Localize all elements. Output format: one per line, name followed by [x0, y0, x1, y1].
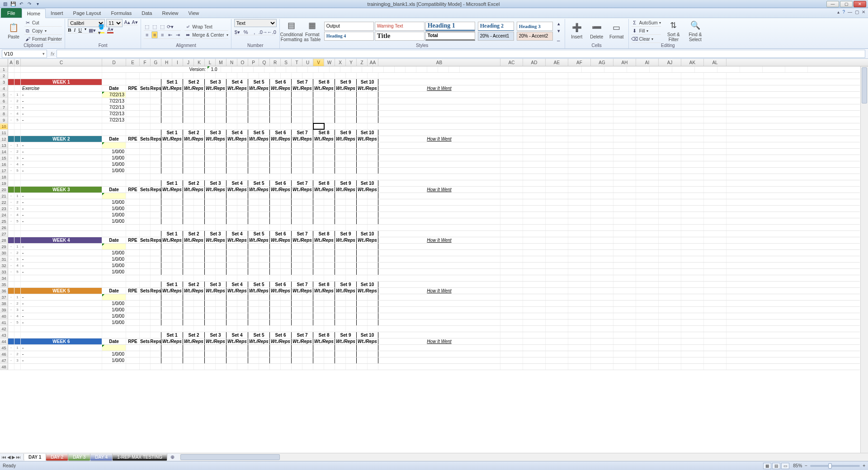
style-warning[interactable]: Warning Text [375, 22, 425, 31]
copy-button[interactable]: ⧉Copy▾ [24, 28, 62, 35]
fx-icon[interactable]: fx [51, 51, 55, 56]
increase-font-icon[interactable]: A▴ [124, 19, 130, 25]
window-title: traininglog_blank1.xls [Compatibility Mo… [41, 1, 826, 7]
styles-up-icon[interactable]: ▴ [556, 21, 562, 27]
delete-cells-button[interactable]: ➖Delete [588, 23, 606, 39]
tab-page-layout[interactable]: Page Layout [68, 8, 106, 18]
align-center-icon[interactable]: ≡ [151, 31, 158, 38]
group-clipboard: 📋 Paste ✂Cut ⧉Copy▾ 🖌Format Painter Clip… [2, 19, 65, 48]
increase-decimal-icon[interactable]: .0→ [260, 29, 266, 35]
decrease-font-icon[interactable]: A▾ [132, 19, 138, 25]
clear-button[interactable]: ⌫Clear▾ [632, 36, 661, 43]
sort-filter-icon: ⇅ [668, 20, 679, 31]
formula-input[interactable] [57, 50, 865, 58]
window-buttons: — ▢ ✕ [826, 1, 866, 7]
style-heading1[interactable]: Heading 1 [425, 22, 475, 31]
workbook-min-icon[interactable]: — [848, 9, 852, 14]
tab-insert[interactable]: Insert [46, 8, 68, 18]
tab-view[interactable]: View [184, 8, 204, 18]
find-select-button[interactable]: 🔍Find & Select [686, 20, 704, 42]
conditional-formatting-button[interactable]: ▤Conditional Formatting [283, 20, 301, 42]
group-cells: ➕Insert ➖Delete ▭Format Cells [565, 19, 629, 48]
indent-inc-icon[interactable]: ⇥ [175, 32, 181, 38]
fill-button[interactable]: ⬇Fill▾ [632, 28, 661, 35]
workbook-max-icon[interactable]: ▢ [855, 9, 859, 14]
orientation-icon[interactable]: ⟳▾ [167, 24, 173, 30]
italic-button[interactable]: I [74, 27, 75, 33]
tab-file[interactable]: File [1, 8, 22, 18]
cell-styles-gallery-2[interactable]: Heading 2 20% - Accent1 [478, 22, 514, 41]
close-button[interactable]: ✕ [854, 1, 866, 7]
comma-icon[interactable]: , [251, 29, 258, 35]
help-icon[interactable]: ? [842, 9, 845, 14]
name-box-dropdown-icon[interactable]: ▾ [42, 52, 45, 56]
align-mid-icon[interactable]: ⬚ [151, 24, 158, 30]
style-accent1[interactable]: 20% - Accent1 [478, 32, 514, 41]
style-heading4[interactable]: Heading 4 [324, 32, 374, 41]
insert-cells-button[interactable]: ➕Insert [568, 23, 586, 39]
format-painter-label: Format Painter [32, 37, 62, 42]
cut-icon: ✂ [24, 19, 31, 26]
paste-icon: 📋 [8, 23, 19, 33]
merge-center-button[interactable]: ⬌Merge & Center▾ [184, 32, 228, 39]
tab-formulas[interactable]: Formulas [106, 8, 137, 18]
delete-cells-icon: ➖ [591, 23, 602, 33]
workbook-close-icon[interactable]: ✕ [862, 9, 865, 14]
styles-down-icon[interactable]: ▾ [556, 28, 562, 34]
name-box[interactable]: V10▾ [2, 50, 47, 58]
style-heading3[interactable]: Heading 3 [517, 22, 553, 31]
style-heading2[interactable]: Heading 2 [478, 22, 514, 31]
undo-icon[interactable]: ↶ [18, 1, 24, 7]
minimize-ribbon-icon[interactable]: ▴ [837, 9, 840, 14]
group-label-number: Number [234, 43, 277, 48]
cell-styles-gallery-3[interactable]: Heading 3 20% - Accent2 [517, 22, 553, 41]
align-bot-icon[interactable]: ⬚ [159, 24, 165, 30]
font-size-select[interactable]: 11 [106, 19, 123, 27]
style-accent2[interactable]: 20% - Accent2 [517, 32, 553, 41]
format-cells-button[interactable]: ▭Format [608, 23, 626, 39]
minimize-button[interactable]: — [826, 1, 839, 7]
redo-icon[interactable]: ↷ [26, 1, 33, 7]
formula-bar: V10▾ fx [0, 49, 868, 59]
align-left-icon[interactable]: ≡ [144, 32, 150, 38]
style-title[interactable]: Title [375, 32, 425, 41]
tab-data[interactable]: Data [137, 8, 157, 18]
percent-icon[interactable]: % [243, 29, 249, 35]
format-cells-label: Format [609, 34, 624, 39]
cut-button[interactable]: ✂Cut [24, 19, 62, 27]
cell-styles-gallery[interactable]: Output Warning Text Heading 1 Heading 4 … [324, 22, 475, 41]
font-color-icon[interactable]: A▾ [107, 27, 113, 33]
group-label-cells: Cells [568, 43, 626, 48]
autosum-button[interactable]: ΣAutoSum▾ [632, 19, 661, 27]
conditional-formatting-icon: ▤ [286, 20, 297, 31]
qat-dropdown-icon[interactable]: ▾ [34, 1, 41, 7]
title-bar: ▧ 💾 ↶ ↷ ▾ traininglog_blank1.xls [Compat… [0, 0, 868, 8]
maximize-button[interactable]: ▢ [840, 1, 853, 7]
currency-icon[interactable]: $▾ [234, 29, 241, 35]
style-total[interactable]: Total [425, 32, 475, 41]
format-as-table-button[interactable]: ▦Format as Table [303, 20, 321, 42]
decrease-decimal-icon[interactable]: ←.0 [269, 29, 275, 35]
style-output[interactable]: Output [324, 22, 374, 31]
group-font: Calibri 11 A▴ A▾ B I U▾ ▦▾ 🪣▾ A▾ Font [65, 19, 141, 48]
tab-review[interactable]: Review [157, 8, 183, 18]
underline-button[interactable]: U [78, 27, 82, 33]
autosum-icon: Σ [632, 19, 638, 26]
sort-filter-label: Sort & Filter [665, 32, 683, 42]
indent-dec-icon[interactable]: ⇤ [167, 32, 173, 38]
excel-icon: ▧ [2, 1, 8, 7]
sort-filter-button[interactable]: ⇅Sort & Filter [665, 20, 683, 42]
styles-more-icon[interactable]: ⎯ [556, 35, 562, 42]
align-top-icon[interactable]: ⬚ [144, 24, 150, 30]
paste-button[interactable]: 📋 Paste [5, 23, 23, 39]
number-format-select[interactable]: Text [234, 19, 277, 27]
save-icon[interactable]: 💾 [10, 1, 16, 7]
tab-home[interactable]: Home [22, 9, 46, 18]
align-right-icon[interactable]: ≡ [159, 32, 165, 38]
group-label-font: Font [68, 43, 138, 48]
wrap-text-button[interactable]: ⤶Wrap Text [184, 24, 228, 31]
format-painter-button[interactable]: 🖌Format Painter [24, 36, 62, 43]
borders-icon[interactable]: ▦▾ [89, 27, 95, 33]
bold-button[interactable]: B [68, 27, 71, 33]
fill-color-icon[interactable]: 🪣▾ [98, 27, 104, 33]
